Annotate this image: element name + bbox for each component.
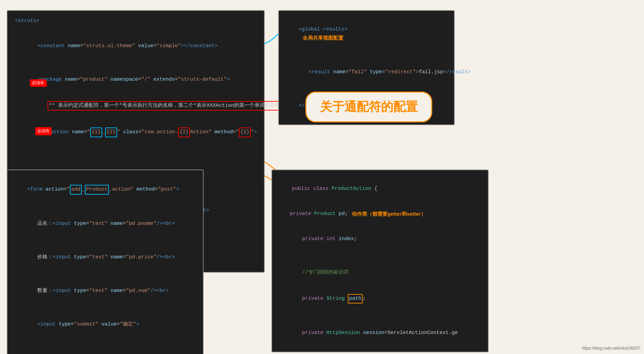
line-blank-3	[15, 154, 257, 162]
must-have-label: 必须有	[30, 79, 46, 86]
bottomright-code-box: public class ProductAction { private Pro…	[271, 170, 489, 352]
line-private-string: private String path;	[280, 286, 480, 312]
annotation-action-class: 动作类（都需要getter和setter）	[352, 210, 426, 218]
line-blank-1	[15, 25, 257, 34]
bottomleft-code-box: <form action="add_Product.action" method…	[7, 170, 204, 354]
line-package: <package name="product" namespace="/" ex…	[15, 67, 257, 93]
line-action: <action name="{1}_{2}" class="com.action…	[15, 119, 257, 154]
line-private-session: private HttpSession session=ServletActio…	[280, 320, 480, 346]
line-private-int: private int index;	[280, 227, 480, 252]
line-blank-2	[15, 59, 257, 67]
big-title-box: 关于通配符的配置	[305, 92, 432, 122]
line-struts-open: <struts>	[15, 17, 257, 25]
line-result-fail-tr: <result name="fail" type="redirect">fail…	[286, 60, 447, 85]
line-blank-tr1	[286, 51, 447, 60]
line-blank-bl1	[15, 203, 195, 211]
line-blank-br3	[280, 252, 480, 260]
line-comment: //专门跳转的标识符	[280, 260, 480, 286]
line-blank-br2	[280, 218, 480, 227]
watermark: https://blog.csdn.net/luka199257	[582, 346, 641, 351]
line-global-open: <global-results> 全局共享视图配置	[286, 17, 447, 51]
line-blank-br4	[280, 312, 480, 320]
line-blank-bl4	[15, 303, 195, 312]
line-submit: <input type="submit" value="确定">	[15, 312, 195, 337]
line-annotation: ** 表示约定式通配符，第一个*号表示执行方法的名称，第二个*表示XXXActi…	[15, 93, 257, 119]
line-private-product: private Product pd; 动作类（都需要getter和setter…	[280, 210, 480, 218]
line-blank-bl5	[15, 337, 195, 346]
line-blank-br1	[280, 201, 480, 210]
line-reset: <input type="reset" value="重置">	[15, 346, 195, 354]
line-class-open: public class ProductAction {	[280, 176, 480, 201]
annotation-global: 全局共享视图配置	[303, 35, 343, 41]
big-title-text: 关于通配符的配置	[320, 100, 418, 114]
line-pname: 品名：<input type="text" name="pd.pname"/><…	[15, 211, 195, 236]
line-form-open: <form action="add_Product.action" method…	[15, 176, 195, 203]
line-blank-bl2	[15, 236, 195, 245]
line-price: 价格：<input type="text" name="pd.price"/><…	[15, 245, 195, 270]
label-must-have: 必须有	[35, 127, 52, 135]
line-blank-bl3	[15, 270, 195, 278]
line-num: 数量：<input type="text" name="pd.num"/><br…	[15, 278, 195, 303]
line-constant: <constant name="struts.ui.theme" value="…	[15, 34, 257, 59]
